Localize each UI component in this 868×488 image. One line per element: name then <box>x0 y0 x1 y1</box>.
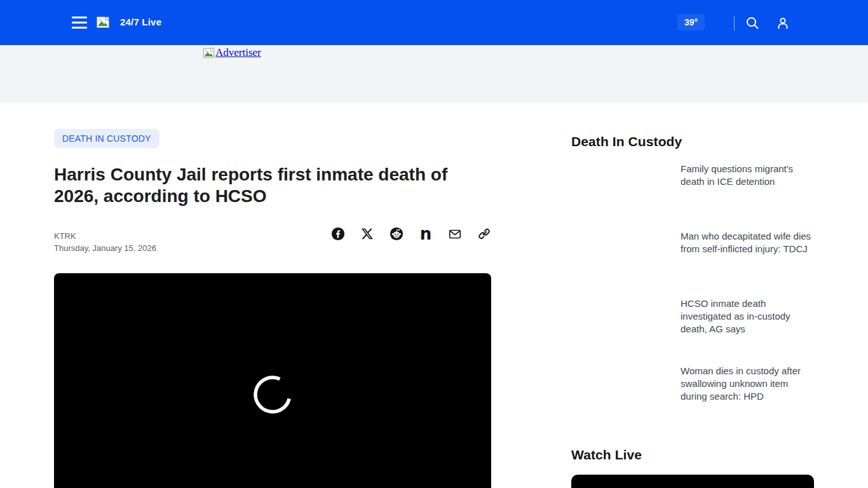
search-icon[interactable] <box>745 16 759 30</box>
article-main: DEATH IN CUSTODY Harris County Jail repo… <box>54 129 491 488</box>
profile-icon[interactable] <box>776 16 790 30</box>
ad-slot: Advertiser <box>203 46 665 103</box>
share-toolbar: n <box>331 227 491 241</box>
header-divider <box>734 16 735 30</box>
ad-banner-strip: Advertiser <box>0 45 868 103</box>
related-story-title[interactable]: Man who decapitated wife dies from self-… <box>681 229 814 285</box>
related-story-title[interactable]: HCSO inmate death investigated as in-cus… <box>681 296 814 352</box>
story-thumbnail-placeholder[interactable] <box>571 363 670 419</box>
watch-live-player[interactable] <box>571 475 814 488</box>
watch-live-title: Watch Live <box>571 447 814 463</box>
category-badge[interactable]: DEATH IN CUSTODY <box>54 129 159 148</box>
video-player[interactable] <box>54 273 491 488</box>
advertiser-broken-image-link[interactable]: Advertiser <box>203 46 261 59</box>
x-twitter-icon[interactable] <box>360 227 374 241</box>
related-story-title[interactable]: Woman dies in custody after swallowing u… <box>681 363 814 419</box>
related-story-item[interactable]: HCSO inmate death investigated as in-cus… <box>571 296 814 352</box>
live-link[interactable]: 24/7 Live <box>120 17 161 27</box>
weather-temperature[interactable]: 39° <box>677 14 705 30</box>
related-list: Family questions migrant's death in ICE … <box>571 161 814 419</box>
news-article-page: 24/7 Live 39° <box>0 0 868 488</box>
advertiser-alt-text: Advertiser <box>215 46 261 59</box>
email-icon[interactable] <box>448 227 462 241</box>
hamburger-menu-icon[interactable] <box>72 14 88 30</box>
story-thumbnail-placeholder[interactable] <box>571 296 670 352</box>
byline-row: KTRK Thursday, January 15, 2026 <box>54 231 491 258</box>
broken-image-icon <box>203 47 215 59</box>
story-thumbnail-placeholder[interactable] <box>571 161 670 217</box>
reddit-icon[interactable] <box>390 227 403 241</box>
copy-link-icon[interactable] <box>477 227 491 241</box>
facebook-icon[interactable] <box>331 227 345 241</box>
article-date: Thursday, January 15, 2026 <box>54 243 491 253</box>
article-headline: Harris County Jail reports first inmate … <box>54 164 481 207</box>
sidebar: Death In Custody Family questions migran… <box>571 134 814 488</box>
story-thumbnail-placeholder[interactable] <box>571 229 670 285</box>
nextdoor-icon[interactable]: n <box>419 227 433 241</box>
related-section-title: Death In Custody <box>571 134 814 149</box>
related-story-item[interactable]: Man who decapitated wife dies from self-… <box>571 229 814 285</box>
related-story-item[interactable]: Family questions migrant's death in ICE … <box>571 161 814 217</box>
loading-spinner-icon <box>252 374 293 417</box>
related-story-title[interactable]: Family questions migrant's death in ICE … <box>681 161 814 217</box>
related-story-item[interactable]: Woman dies in custody after swallowing u… <box>571 363 814 419</box>
site-header: 24/7 Live 39° <box>0 0 868 45</box>
station-logo-broken-image-icon[interactable] <box>96 15 110 29</box>
